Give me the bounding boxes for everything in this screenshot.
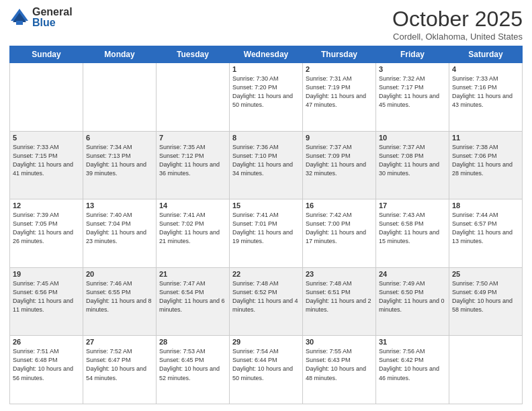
calendar-day-30: 30Sunrise: 7:55 AM Sunset: 6:43 PM Dayli…	[303, 336, 376, 404]
day-info: Sunrise: 7:31 AM Sunset: 7:19 PM Dayligh…	[306, 75, 373, 109]
calendar-week-row: 19Sunrise: 7:45 AM Sunset: 6:56 PM Dayli…	[10, 267, 523, 336]
calendar-day-4: 4Sunrise: 7:33 AM Sunset: 7:16 PM Daylig…	[449, 63, 523, 132]
calendar-week-row: 12Sunrise: 7:39 AM Sunset: 7:05 PM Dayli…	[10, 199, 523, 268]
day-info: Sunrise: 7:30 AM Sunset: 7:20 PM Dayligh…	[232, 75, 300, 109]
day-info: Sunrise: 7:35 AM Sunset: 7:12 PM Dayligh…	[159, 143, 226, 178]
day-number: 19	[13, 270, 80, 278]
day-number: 24	[379, 270, 446, 278]
day-number: 10	[379, 134, 446, 142]
day-of-week-friday: Friday	[376, 46, 449, 63]
day-of-week-sunday: Sunday	[10, 46, 83, 63]
calendar-day-empty	[83, 63, 157, 132]
day-number: 21	[159, 270, 226, 278]
day-info: Sunrise: 7:36 AM Sunset: 7:10 PM Dayligh…	[232, 143, 300, 178]
day-number: 29	[232, 338, 300, 346]
calendar-day-24: 24Sunrise: 7:49 AM Sunset: 6:50 PM Dayli…	[376, 267, 449, 336]
day-number: 8	[232, 134, 300, 142]
day-info: Sunrise: 7:51 AM Sunset: 6:48 PM Dayligh…	[13, 347, 80, 382]
day-number: 28	[159, 338, 226, 346]
day-number: 20	[86, 270, 153, 278]
calendar-day-29: 29Sunrise: 7:54 AM Sunset: 6:44 PM Dayli…	[230, 336, 303, 404]
day-number: 18	[452, 201, 519, 210]
day-number: 1	[232, 65, 300, 73]
day-info: Sunrise: 7:48 AM Sunset: 6:52 PM Dayligh…	[232, 279, 300, 314]
calendar-day-17: 17Sunrise: 7:43 AM Sunset: 6:58 PM Dayli…	[376, 199, 449, 268]
location: Cordell, Oklahoma, United States	[392, 32, 523, 42]
day-number: 6	[86, 134, 153, 142]
calendar-day-2: 2Sunrise: 7:31 AM Sunset: 7:19 PM Daylig…	[303, 63, 376, 132]
calendar-day-10: 10Sunrise: 7:37 AM Sunset: 7:08 PM Dayli…	[376, 131, 449, 199]
day-number: 13	[86, 201, 153, 210]
day-info: Sunrise: 7:33 AM Sunset: 7:15 PM Dayligh…	[13, 143, 80, 178]
day-of-week-wednesday: Wednesday	[230, 46, 303, 63]
calendar-day-13: 13Sunrise: 7:40 AM Sunset: 7:04 PM Dayli…	[83, 199, 157, 268]
calendar-day-23: 23Sunrise: 7:48 AM Sunset: 6:51 PM Dayli…	[303, 267, 376, 336]
day-info: Sunrise: 7:37 AM Sunset: 7:09 PM Dayligh…	[306, 143, 373, 178]
day-of-week-saturday: Saturday	[449, 46, 523, 63]
day-info: Sunrise: 7:44 AM Sunset: 6:57 PM Dayligh…	[452, 211, 519, 246]
day-of-week-monday: Monday	[83, 46, 157, 63]
day-number: 3	[379, 65, 446, 73]
day-info: Sunrise: 7:39 AM Sunset: 7:05 PM Dayligh…	[13, 211, 80, 246]
day-info: Sunrise: 7:53 AM Sunset: 6:45 PM Dayligh…	[159, 347, 226, 382]
day-info: Sunrise: 7:55 AM Sunset: 6:43 PM Dayligh…	[306, 347, 373, 382]
calendar-day-22: 22Sunrise: 7:48 AM Sunset: 6:52 PM Dayli…	[230, 267, 303, 336]
day-info: Sunrise: 7:41 AM Sunset: 7:01 PM Dayligh…	[232, 211, 300, 246]
calendar-day-28: 28Sunrise: 7:53 AM Sunset: 6:45 PM Dayli…	[157, 336, 230, 404]
day-info: Sunrise: 7:48 AM Sunset: 6:51 PM Dayligh…	[306, 279, 373, 314]
calendar-day-7: 7Sunrise: 7:35 AM Sunset: 7:12 PM Daylig…	[157, 131, 230, 199]
calendar-day-18: 18Sunrise: 7:44 AM Sunset: 6:57 PM Dayli…	[449, 199, 523, 268]
calendar-header-row: SundayMondayTuesdayWednesdayThursdayFrid…	[10, 46, 523, 63]
calendar-day-5: 5Sunrise: 7:33 AM Sunset: 7:15 PM Daylig…	[10, 131, 83, 199]
calendar-day-empty	[449, 336, 523, 404]
calendar-day-empty	[157, 63, 230, 132]
page: General Blue October 2025 Cordell, Oklah…	[0, 0, 532, 411]
calendar-day-26: 26Sunrise: 7:51 AM Sunset: 6:48 PM Dayli…	[10, 336, 83, 404]
header: General Blue October 2025 Cordell, Oklah…	[9, 7, 523, 42]
calendar-day-15: 15Sunrise: 7:41 AM Sunset: 7:01 PM Dayli…	[230, 199, 303, 268]
calendar-day-1: 1Sunrise: 7:30 AM Sunset: 7:20 PM Daylig…	[230, 63, 303, 132]
day-number: 11	[452, 134, 519, 142]
calendar-week-row: 5Sunrise: 7:33 AM Sunset: 7:15 PM Daylig…	[10, 131, 523, 199]
day-info: Sunrise: 7:49 AM Sunset: 6:50 PM Dayligh…	[379, 279, 446, 314]
day-info: Sunrise: 7:33 AM Sunset: 7:16 PM Dayligh…	[452, 75, 519, 109]
day-info: Sunrise: 7:52 AM Sunset: 6:47 PM Dayligh…	[86, 347, 153, 382]
calendar-day-8: 8Sunrise: 7:36 AM Sunset: 7:10 PM Daylig…	[230, 131, 303, 199]
title-block: October 2025 Cordell, Oklahoma, United S…	[392, 7, 523, 42]
day-info: Sunrise: 7:47 AM Sunset: 6:54 PM Dayligh…	[159, 279, 226, 314]
calendar-day-6: 6Sunrise: 7:34 AM Sunset: 7:13 PM Daylig…	[83, 131, 157, 199]
day-number: 4	[452, 65, 519, 73]
logo-blue: Blue	[32, 17, 73, 28]
calendar-day-14: 14Sunrise: 7:41 AM Sunset: 7:02 PM Dayli…	[157, 199, 230, 268]
day-info: Sunrise: 7:50 AM Sunset: 6:49 PM Dayligh…	[452, 279, 519, 314]
day-info: Sunrise: 7:32 AM Sunset: 7:17 PM Dayligh…	[379, 75, 446, 109]
day-number: 2	[306, 65, 373, 73]
day-number: 31	[379, 338, 446, 346]
calendar-day-20: 20Sunrise: 7:46 AM Sunset: 6:55 PM Dayli…	[83, 267, 157, 336]
day-number: 27	[86, 338, 153, 346]
day-info: Sunrise: 7:34 AM Sunset: 7:13 PM Dayligh…	[86, 143, 153, 178]
day-number: 14	[159, 201, 226, 210]
day-number: 9	[306, 134, 373, 142]
day-number: 25	[452, 270, 519, 278]
day-number: 16	[306, 201, 373, 210]
logo: General Blue	[9, 7, 73, 28]
day-info: Sunrise: 7:41 AM Sunset: 7:02 PM Dayligh…	[159, 211, 226, 246]
calendar-week-row: 1Sunrise: 7:30 AM Sunset: 7:20 PM Daylig…	[10, 63, 523, 132]
calendar-day-31: 31Sunrise: 7:56 AM Sunset: 6:42 PM Dayli…	[376, 336, 449, 404]
calendar-day-16: 16Sunrise: 7:42 AM Sunset: 7:00 PM Dayli…	[303, 199, 376, 268]
day-of-week-tuesday: Tuesday	[157, 46, 230, 63]
day-info: Sunrise: 7:56 AM Sunset: 6:42 PM Dayligh…	[379, 347, 446, 382]
month-title: October 2025	[392, 7, 523, 32]
calendar-day-12: 12Sunrise: 7:39 AM Sunset: 7:05 PM Dayli…	[10, 199, 83, 268]
calendar-day-21: 21Sunrise: 7:47 AM Sunset: 6:54 PM Dayli…	[157, 267, 230, 336]
day-info: Sunrise: 7:43 AM Sunset: 6:58 PM Dayligh…	[379, 211, 446, 246]
day-info: Sunrise: 7:54 AM Sunset: 6:44 PM Dayligh…	[232, 347, 300, 382]
day-info: Sunrise: 7:46 AM Sunset: 6:55 PM Dayligh…	[86, 279, 153, 314]
day-number: 22	[232, 270, 300, 278]
calendar: SundayMondayTuesdayWednesdayThursdayFrid…	[9, 46, 523, 404]
calendar-day-19: 19Sunrise: 7:45 AM Sunset: 6:56 PM Dayli…	[10, 267, 83, 336]
logo-text: General Blue	[32, 7, 73, 28]
logo-general: General	[32, 7, 73, 17]
calendar-day-9: 9Sunrise: 7:37 AM Sunset: 7:09 PM Daylig…	[303, 131, 376, 199]
